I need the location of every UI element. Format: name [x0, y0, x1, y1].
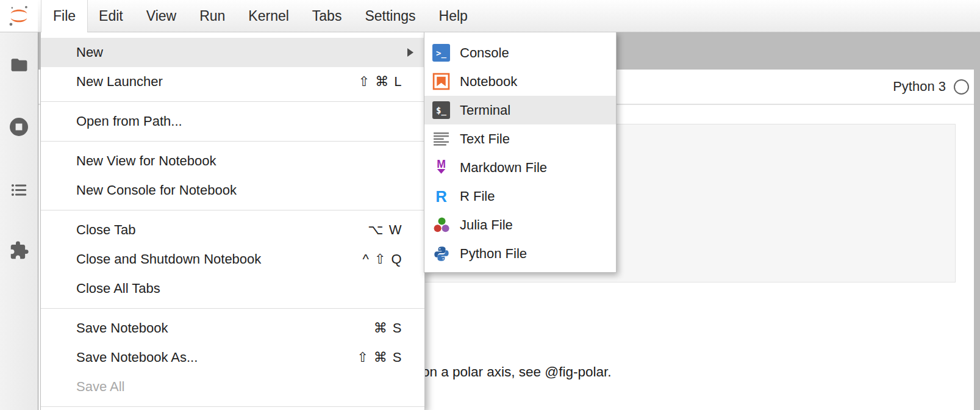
submenu-item-console[interactable]: >_Console — [424, 38, 616, 67]
menu-item-shortcut: ⇧ ⌘ S — [357, 350, 402, 365]
menu-item-label: R File — [460, 189, 604, 204]
menubar-item-help[interactable]: Help — [427, 0, 479, 32]
menu-item-label: Close Tab — [76, 222, 368, 238]
menu-separator — [41, 141, 424, 142]
menu-item-label: Markdown File — [460, 160, 604, 176]
menu-item-label: Julia File — [460, 217, 604, 233]
menubar-item-file[interactable]: File — [41, 0, 87, 32]
python-file-icon — [432, 245, 450, 262]
menu-item-label: Python File — [460, 246, 604, 262]
markdown-cell-text[interactable]: on a polar axis, see @fig-polar. — [422, 364, 612, 380]
file-menu-item-save-notebook[interactable]: Save Notebook⌘ S — [41, 314, 424, 343]
kernel-name: Python 3 — [893, 79, 946, 95]
markdown-file-icon: M — [432, 159, 450, 176]
menubar-item-run[interactable]: Run — [188, 0, 237, 32]
jupyter-logo — [0, 0, 38, 32]
file-menu-item-save-all: Save All — [41, 372, 424, 401]
jupyter-logo-icon — [7, 4, 30, 27]
new-submenu-dropdown: >_ConsoleNotebook$_TerminalText FileMMar… — [424, 32, 617, 273]
menu-separator — [41, 101, 424, 102]
jupyterlab-window: Python 3 on a polar axis, see @fig-polar… — [0, 0, 980, 410]
svg-text:M: M — [437, 159, 446, 170]
submenu-item-terminal[interactable]: $_Terminal — [424, 96, 616, 124]
file-menu-item-close-tab[interactable]: Close Tab⌥ W — [41, 215, 424, 245]
julia-file-icon — [432, 216, 450, 234]
extensions-icon[interactable] — [0, 234, 38, 266]
menu-item-shortcut: ⌘ S — [374, 320, 402, 336]
panel-edge-strip — [974, 32, 980, 410]
menu-item-shortcut: ⇧ ⌘ L — [359, 74, 402, 90]
submenu-item-text-file[interactable]: Text File — [424, 124, 616, 153]
menubar-item-kernel[interactable]: Kernel — [237, 0, 300, 32]
submenu-item-julia-file[interactable]: Julia File — [424, 210, 616, 239]
file-menu-item-close-and-shutdown-notebook[interactable]: Close and Shutdown Notebook^ ⇧ Q — [41, 245, 424, 274]
menubar-item-tabs[interactable]: Tabs — [301, 0, 354, 32]
menu-item-label: Terminal — [460, 103, 604, 118]
kernel-indicator[interactable]: Python 3 — [893, 79, 969, 95]
text-file-icon — [432, 130, 450, 148]
menu-separator — [41, 406, 424, 407]
notebook-icon — [432, 73, 450, 90]
menu-item-label: Close All Tabs — [76, 281, 402, 297]
submenu-item-r-file[interactable]: RR File — [424, 182, 616, 210]
menu-separator — [41, 210, 424, 210]
file-menu-item-close-all-tabs[interactable]: Close All Tabs — [41, 274, 424, 303]
terminal-icon: $_ — [432, 101, 450, 119]
kernel-status-icon[interactable] — [954, 79, 969, 95]
file-menu-item-new-view-for-notebook[interactable]: New View for Notebook — [41, 146, 424, 176]
file-menu-item-new[interactable]: New — [41, 38, 424, 67]
menu-item-label: New — [76, 45, 402, 60]
folder-icon[interactable] — [0, 49, 38, 81]
file-menu-dropdown: NewNew Launcher⇧ ⌘ LOpen from Path...New… — [40, 32, 425, 410]
main-menu-bar: FileEditViewRunKernelTabsSettingsHelp — [0, 0, 980, 32]
menubar-item-edit[interactable]: Edit — [87, 0, 135, 32]
submenu-item-markdown-file[interactable]: MMarkdown File — [424, 153, 616, 182]
table-of-contents-icon[interactable] — [0, 174, 38, 206]
menu-item-label: Console — [460, 45, 604, 61]
menu-item-label: Open from Path... — [76, 113, 402, 129]
running-kernels-icon[interactable] — [0, 111, 38, 143]
menu-item-label: Text File — [460, 131, 604, 147]
menu-item-label: Notebook — [460, 74, 604, 90]
file-menu-item-save-notebook-as[interactable]: Save Notebook As...⇧ ⌘ S — [41, 343, 424, 372]
menu-item-label: Save Notebook As... — [76, 350, 357, 365]
file-menu-item-new-launcher[interactable]: New Launcher⇧ ⌘ L — [41, 67, 424, 96]
submenu-item-notebook[interactable]: Notebook — [424, 67, 616, 96]
menu-item-label: New Launcher — [76, 74, 359, 90]
menu-bar-items: FileEditViewRunKernelTabsSettingsHelp — [38, 0, 479, 32]
menubar-item-settings[interactable]: Settings — [353, 0, 427, 32]
submenu-arrow-icon — [407, 48, 413, 57]
menu-item-label: New View for Notebook — [76, 153, 402, 169]
menu-separator — [41, 308, 424, 309]
r-file-icon: R — [432, 187, 450, 205]
menu-item-label: Save Notebook — [76, 320, 374, 336]
menu-item-shortcut: ⌥ W — [368, 222, 402, 238]
submenu-item-python-file[interactable]: Python File — [424, 239, 616, 268]
file-menu-item-open-from-path[interactable]: Open from Path... — [41, 107, 424, 136]
menu-item-shortcut: ^ ⇧ Q — [362, 251, 402, 267]
svg-text:R: R — [435, 188, 447, 205]
menu-item-label: New Console for Notebook — [76, 182, 402, 198]
console-icon: >_ — [432, 44, 450, 62]
file-menu-item-new-console-for-notebook[interactable]: New Console for Notebook — [41, 176, 424, 205]
left-sidebar — [0, 32, 38, 410]
menu-item-label: Close and Shutdown Notebook — [76, 251, 362, 267]
menubar-item-view[interactable]: View — [135, 0, 188, 32]
menu-item-label: Save All — [76, 379, 402, 395]
